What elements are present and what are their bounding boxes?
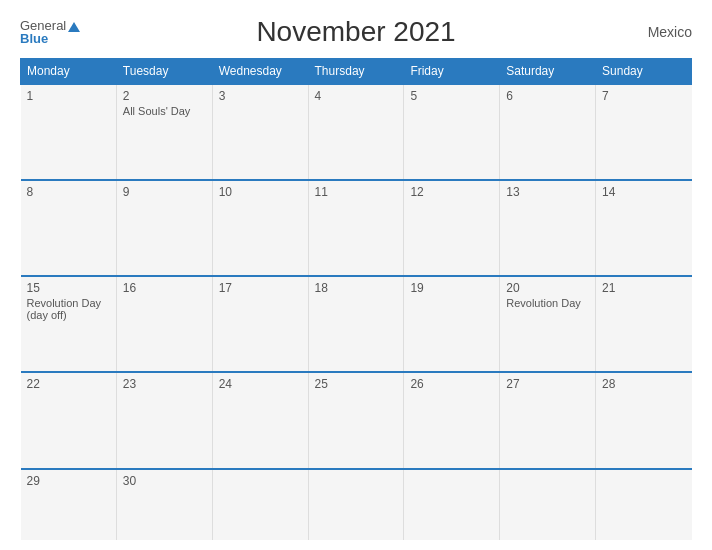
day-number: 20: [506, 281, 589, 295]
event-label: Revolution Day: [506, 297, 589, 309]
weekday-header: Wednesday: [212, 59, 308, 85]
event-label: (day off): [27, 309, 110, 321]
day-number: 14: [602, 185, 685, 199]
day-number: 12: [410, 185, 493, 199]
calendar-cell: 13: [500, 180, 596, 276]
calendar-header: General Blue November 2021 Mexico: [20, 16, 692, 48]
weekday-header: Saturday: [500, 59, 596, 85]
calendar-cell: 16: [116, 276, 212, 372]
logo-blue-text: Blue: [20, 32, 80, 45]
calendar-cell: 22: [21, 372, 117, 468]
day-number: 29: [27, 474, 110, 488]
day-number: 3: [219, 89, 302, 103]
day-number: 9: [123, 185, 206, 199]
day-number: 30: [123, 474, 206, 488]
day-number: 19: [410, 281, 493, 295]
calendar-cell: [404, 469, 500, 541]
event-label: Revolution Day: [27, 297, 110, 309]
day-number: 23: [123, 377, 206, 391]
calendar-cell: 6: [500, 84, 596, 180]
day-number: 1: [27, 89, 110, 103]
calendar-header-row: MondayTuesdayWednesdayThursdayFridaySatu…: [21, 59, 692, 85]
calendar-cell: [308, 469, 404, 541]
calendar-week-row: 22232425262728: [21, 372, 692, 468]
day-number: 2: [123, 89, 206, 103]
day-number: 28: [602, 377, 685, 391]
day-number: 24: [219, 377, 302, 391]
day-number: 15: [27, 281, 110, 295]
calendar-cell: 17: [212, 276, 308, 372]
calendar-cell: 27: [500, 372, 596, 468]
day-number: 22: [27, 377, 110, 391]
day-number: 18: [315, 281, 398, 295]
calendar-body: 12All Souls' Day3456789101112131415Revol…: [21, 84, 692, 540]
calendar-cell: 24: [212, 372, 308, 468]
day-number: 10: [219, 185, 302, 199]
calendar-cell: 5: [404, 84, 500, 180]
day-number: 21: [602, 281, 685, 295]
month-title: November 2021: [256, 16, 455, 48]
calendar-week-row: 15Revolution Day(day off)1617181920Revol…: [21, 276, 692, 372]
calendar-cell: 12: [404, 180, 500, 276]
weekday-header: Thursday: [308, 59, 404, 85]
calendar-week-row: 2930: [21, 469, 692, 541]
country-label: Mexico: [648, 24, 692, 40]
logo: General Blue: [20, 19, 80, 45]
calendar-cell: 30: [116, 469, 212, 541]
weekday-header: Sunday: [596, 59, 692, 85]
day-number: 8: [27, 185, 110, 199]
calendar-week-row: 891011121314: [21, 180, 692, 276]
calendar-cell: 26: [404, 372, 500, 468]
event-label: All Souls' Day: [123, 105, 206, 117]
calendar-cell: 18: [308, 276, 404, 372]
weekday-header: Friday: [404, 59, 500, 85]
day-number: 4: [315, 89, 398, 103]
calendar-cell: 10: [212, 180, 308, 276]
day-number: 16: [123, 281, 206, 295]
calendar-cell: 3: [212, 84, 308, 180]
day-number: 25: [315, 377, 398, 391]
calendar-week-row: 12All Souls' Day34567: [21, 84, 692, 180]
calendar-cell: 19: [404, 276, 500, 372]
calendar-cell: [500, 469, 596, 541]
day-number: 6: [506, 89, 589, 103]
calendar-cell: 7: [596, 84, 692, 180]
day-number: 11: [315, 185, 398, 199]
calendar-cell: 28: [596, 372, 692, 468]
calendar-cell: 21: [596, 276, 692, 372]
calendar-table: MondayTuesdayWednesdayThursdayFridaySatu…: [20, 58, 692, 540]
calendar-cell: 29: [21, 469, 117, 541]
calendar-cell: 2All Souls' Day: [116, 84, 212, 180]
calendar-cell: [596, 469, 692, 541]
calendar-cell: [212, 469, 308, 541]
day-number: 5: [410, 89, 493, 103]
day-number: 27: [506, 377, 589, 391]
calendar-cell: 1: [21, 84, 117, 180]
calendar-cell: 20Revolution Day: [500, 276, 596, 372]
calendar-cell: 14: [596, 180, 692, 276]
calendar-cell: 4: [308, 84, 404, 180]
calendar-cell: 9: [116, 180, 212, 276]
calendar-cell: 11: [308, 180, 404, 276]
day-number: 26: [410, 377, 493, 391]
calendar-cell: 23: [116, 372, 212, 468]
day-number: 17: [219, 281, 302, 295]
calendar-cell: 25: [308, 372, 404, 468]
weekday-header: Monday: [21, 59, 117, 85]
day-number: 13: [506, 185, 589, 199]
weekday-header: Tuesday: [116, 59, 212, 85]
calendar-cell: 15Revolution Day(day off): [21, 276, 117, 372]
day-number: 7: [602, 89, 685, 103]
logo-triangle-icon: [68, 22, 80, 32]
calendar-cell: 8: [21, 180, 117, 276]
